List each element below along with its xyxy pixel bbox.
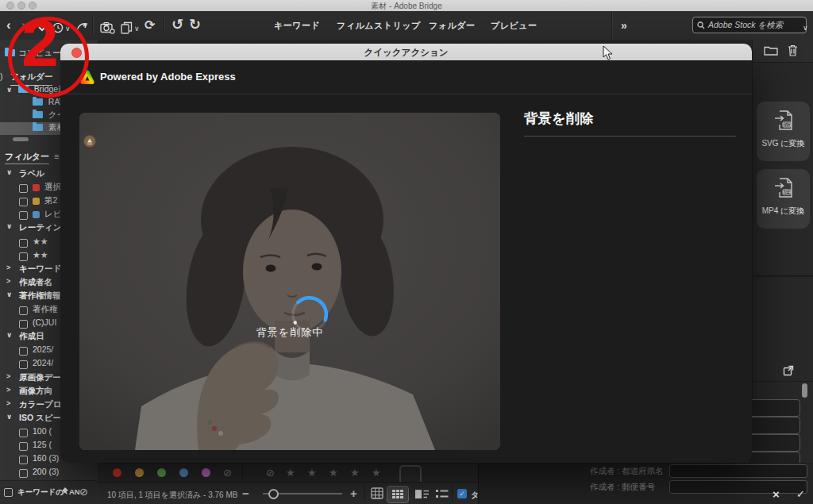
label-color-button[interactable] [113, 468, 121, 477]
filter-value-label: 160 (3) [33, 453, 59, 463]
section-caret-icon[interactable]: ∨ [6, 331, 16, 339]
rotate-right-icon[interactable]: ↻ [189, 18, 201, 32]
section-caret-icon[interactable]: ∨ [6, 290, 16, 298]
workspace-tab-keywords[interactable]: キーワード [274, 20, 320, 32]
zoom-out-icon[interactable]: − [242, 487, 249, 500]
grid-lock-icon[interactable] [371, 487, 383, 499]
back-icon[interactable]: ‹ [6, 18, 11, 32]
no-label-icon[interactable]: ⊘ [223, 467, 232, 479]
tree-caret-icon[interactable]: ∨ [6, 86, 16, 94]
thumbnails-grid-icon [392, 490, 403, 498]
filter-value-label: 第2 [44, 195, 57, 206]
filter-checkbox[interactable] [19, 306, 28, 315]
label-color-button[interactable] [157, 468, 166, 477]
label-color-button[interactable] [135, 468, 144, 477]
filter-checkbox[interactable] [19, 347, 28, 356]
filter-checkbox[interactable] [19, 456, 28, 464]
apply-metadata-icon[interactable]: ✓ [796, 488, 805, 500]
workspace-tab-filmstrip[interactable]: フィルムストリップ [337, 20, 421, 32]
strip-divider [242, 464, 243, 483]
no-rating-icon[interactable]: ⊘ [266, 467, 275, 479]
rating-star-icon[interactable]: ★ [329, 467, 338, 479]
meta-input-postal[interactable] [669, 480, 807, 494]
open-external-icon[interactable] [783, 365, 794, 376]
filter-checkbox[interactable] [19, 184, 28, 193]
filter-section-label: 作成者名 [19, 277, 52, 288]
filter-section-label: ラベル [19, 168, 44, 179]
section-caret-icon[interactable]: ∨ [6, 222, 16, 230]
section-caret-icon[interactable]: > [6, 386, 16, 394]
search-scope-dropdown-icon[interactable]: ∨ [803, 21, 808, 35]
workspace-tab-folders[interactable]: フォルダー [429, 20, 476, 32]
filter-check-row[interactable]: 200 (3) [0, 467, 98, 479]
label-color-button[interactable] [202, 468, 210, 477]
rating-star-icon[interactable]: ★ [350, 467, 360, 479]
label-color-swatch [33, 211, 40, 218]
metadata-edit-area: 作成者 : 都道府県名 作成者 : 郵便番号 × ✓ [478, 463, 813, 504]
thumbnail-size-slider-knob[interactable] [268, 489, 279, 499]
filter-checkbox[interactable] [19, 239, 28, 248]
view-thumbnails-button-selected[interactable] [387, 486, 409, 503]
filter-bottom-bar: キーワードの AN ⊘ [0, 480, 97, 504]
section-caret-icon[interactable]: > [6, 277, 16, 285]
copy-files-icon[interactable] [121, 21, 133, 34]
workspace-tab-preview[interactable]: プレビュー [491, 20, 538, 32]
filter-checkbox[interactable] [19, 469, 28, 478]
quick-action-card[interactable]: SVG SVG に変換 [757, 102, 810, 161]
filter-checkbox[interactable] [19, 252, 28, 261]
copy-dropdown-icon[interactable]: ∨ [134, 22, 140, 36]
metadata-empty-input[interactable] [746, 417, 800, 434]
view-list-icon[interactable] [436, 490, 449, 498]
filter-panel-title[interactable]: フィルター [5, 152, 49, 164]
get-photos-camera-icon[interactable] [100, 21, 115, 34]
metadata-scrollbar-thumb[interactable] [802, 383, 807, 398]
new-folder-icon[interactable] [764, 45, 778, 56]
trash-icon[interactable] [788, 44, 798, 56]
label-color-swatch [33, 198, 40, 205]
metadata-empty-input[interactable] [746, 434, 800, 452]
action-title: 背景を削除 [524, 110, 594, 128]
clear-filter-icon[interactable]: ⊘ [79, 486, 88, 498]
filter-checkbox[interactable] [19, 429, 28, 437]
view-details-icon[interactable] [415, 490, 430, 498]
search-input[interactable]: Adobe Stock を検索 [692, 17, 807, 33]
right-panel-column: SVG SVG に変換 MP4 MP4 に変換 [752, 40, 813, 463]
rotate-left-icon[interactable]: ↺ [171, 18, 183, 32]
scrollbar-thumb[interactable] [13, 137, 29, 141]
rating-star-icon[interactable]: ★ [307, 467, 317, 479]
filter-checkbox[interactable] [19, 442, 28, 451]
label-rating-strip: ⊘ ⊘ ★★★★★ [98, 463, 478, 483]
rating-star-icon[interactable]: ★ [286, 467, 295, 479]
refresh-icon[interactable]: ⟳ [144, 18, 155, 32]
section-caret-icon[interactable]: ∨ [6, 413, 16, 421]
more-workspaces-icon[interactable]: » [621, 19, 627, 33]
cancel-metadata-icon[interactable]: × [773, 487, 780, 501]
express-header: Powered by Adobe Express [60, 60, 752, 94]
quick-action-card[interactable]: MP4 MP4 に変換 [757, 169, 810, 229]
filter-section-label: 著作権情報 [19, 290, 61, 302]
rating-star-icon[interactable]: ★ [372, 467, 381, 479]
toolbar-divider [92, 17, 94, 34]
filter-checkbox[interactable] [19, 360, 28, 369]
section-caret-icon[interactable]: > [6, 399, 16, 407]
filter-checkbox[interactable] [19, 198, 28, 206]
svg-text:SVG: SVG [783, 123, 791, 127]
metadata-empty-input[interactable] [746, 399, 800, 417]
filter-checkbox[interactable] [19, 211, 28, 220]
section-caret-icon[interactable]: ∨ [6, 168, 16, 176]
meta-label-postal: 作成者 : 郵便番号 [590, 482, 655, 493]
section-caret-icon[interactable]: > [6, 264, 16, 271]
search-placeholder: Adobe Stock を検索 [708, 20, 783, 31]
tile-checkbox-checked[interactable]: ✓ [457, 489, 467, 498]
filter-value-label: 125 ( [33, 440, 52, 449]
keywords-and-checkbox[interactable] [4, 488, 13, 497]
filter-value-label: 100 ( [33, 426, 52, 436]
zoom-in-icon[interactable]: + [350, 487, 357, 500]
dialog-titlebar[interactable]: クイックアクション [60, 44, 752, 61]
panel-menu-icon[interactable]: ≡ [54, 152, 59, 161]
label-color-button[interactable] [179, 468, 188, 477]
meta-input-prefecture[interactable] [669, 464, 807, 478]
metadata-panel-header [753, 360, 813, 382]
section-caret-icon[interactable]: > [6, 372, 16, 380]
filter-checkbox[interactable] [19, 320, 28, 329]
